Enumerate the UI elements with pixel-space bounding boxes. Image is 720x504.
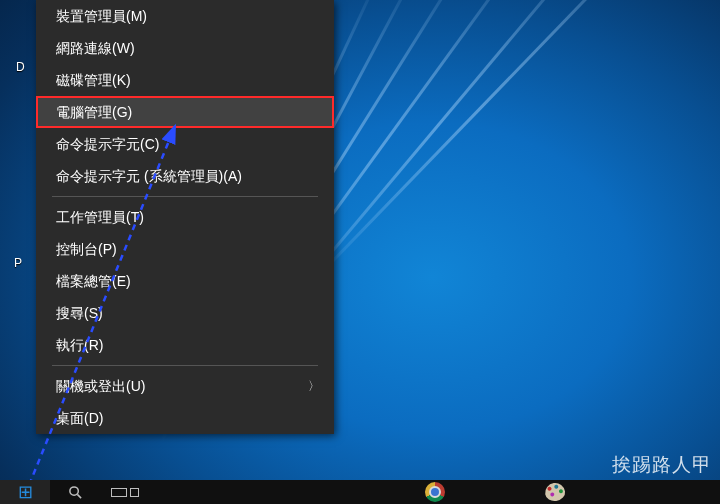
menu-item-desktop[interactable]: 桌面(D) [36,402,334,434]
menu-item-computer-management[interactable]: 電腦管理(G) [36,96,334,128]
menu-item-network-connections[interactable]: 網路連線(W) [36,32,334,64]
svg-point-1 [69,486,77,494]
menu-item-file-explorer[interactable]: 檔案總管(E) [36,265,334,297]
menu-item-command-prompt[interactable]: 命令提示字元(C) [36,128,334,160]
taskbar-app-chrome[interactable] [410,480,460,504]
task-view-icon[interactable] [100,480,150,504]
windows-logo-icon: ⊞ [18,481,33,503]
menu-item-run[interactable]: 執行(R) [36,329,334,361]
svg-line-2 [77,494,81,498]
desktop-icon-fragment: P [14,256,22,270]
menu-item-control-panel[interactable]: 控制台(P) [36,233,334,265]
desktop-icon-fragment: D [16,60,25,74]
paint-icon [544,482,566,503]
menu-item-search[interactable]: 搜尋(S) [36,297,334,329]
taskbar-app-paint[interactable] [530,480,580,504]
desktop[interactable]: D P 挨踢路人甲 裝置管理員(M) 網路連線(W) 磁碟管理(K) 電腦管理(… [0,0,720,504]
menu-item-disk-management[interactable]: 磁碟管理(K) [36,64,334,96]
start-button[interactable]: ⊞ [0,480,50,504]
menu-separator [52,196,318,197]
menu-item-shutdown-signout[interactable]: 關機或登出(U) 〉 [36,370,334,402]
menu-item-device-manager[interactable]: 裝置管理員(M) [36,0,334,32]
menu-item-command-prompt-admin[interactable]: 命令提示字元 (系統管理員)(A) [36,160,334,192]
menu-separator [52,365,318,366]
chrome-icon [425,482,445,502]
watermark-text: 挨踢路人甲 [612,452,712,478]
winx-context-menu: 裝置管理員(M) 網路連線(W) 磁碟管理(K) 電腦管理(G) 命令提示字元(… [36,0,334,434]
taskbar: ⊞ [0,480,720,504]
taskbar-search-icon[interactable] [50,480,100,504]
menu-item-task-manager[interactable]: 工作管理員(T) [36,201,334,233]
chevron-right-icon: 〉 [308,370,320,402]
